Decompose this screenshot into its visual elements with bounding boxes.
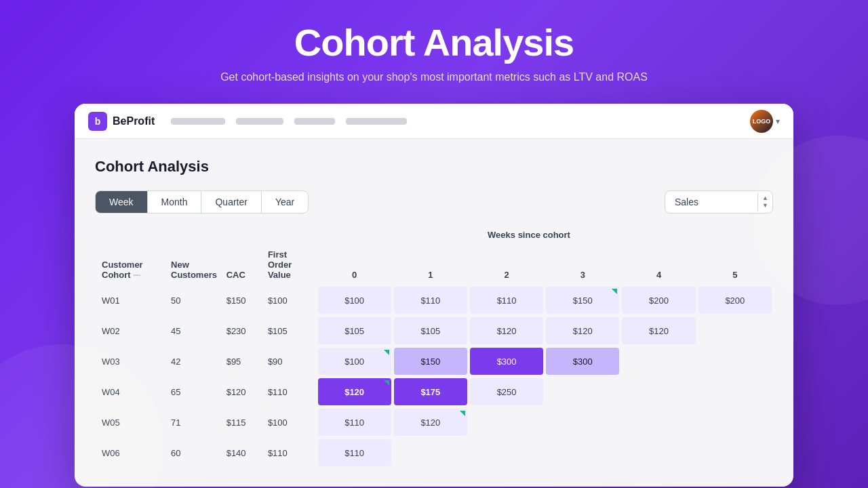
cell-value: 71 bbox=[164, 407, 220, 438]
app-window: b BeProfit LOGO ▾ Cohort Analysis Week M… bbox=[75, 104, 793, 487]
col-header-3: 3 bbox=[545, 244, 620, 285]
app-content: Cohort Analysis Week Month Quarter Year … bbox=[75, 139, 793, 487]
cell-value: $105 bbox=[261, 316, 317, 346]
section-title: Cohort Analysis bbox=[95, 158, 773, 176]
cell-value: $95 bbox=[220, 346, 261, 377]
nav-placeholder-4[interactable] bbox=[346, 118, 407, 125]
cell-value: 42 bbox=[164, 346, 220, 377]
cell-value: W06 bbox=[95, 438, 164, 468]
page-subtitle: Get cohort-based insights on your shop's… bbox=[220, 71, 648, 83]
data-cell-2-3: $300 bbox=[545, 346, 620, 377]
nav-placeholder-2[interactable] bbox=[236, 118, 283, 125]
cell-value: $110 bbox=[261, 438, 317, 468]
corner-marker-icon bbox=[612, 289, 617, 294]
data-cell-0-4: $200 bbox=[620, 285, 696, 316]
data-cell-2-1: $150 bbox=[393, 346, 469, 377]
data-cell-4-4 bbox=[620, 407, 696, 438]
col-header-new: NewCustomers bbox=[164, 244, 220, 285]
data-cell-3-3 bbox=[545, 377, 620, 407]
table-row: W0245$230$105$105$105$120$120$120 bbox=[95, 316, 773, 346]
tab-month[interactable]: Month bbox=[148, 191, 202, 213]
avatar[interactable]: LOGO bbox=[750, 110, 773, 133]
chevron-down-icon[interactable]: ▾ bbox=[776, 117, 780, 126]
data-cell-2-2: $300 bbox=[469, 346, 545, 377]
data-cell-5-1 bbox=[393, 438, 469, 468]
data-cell-1-5 bbox=[697, 316, 773, 346]
data-cell-1-3: $120 bbox=[545, 316, 620, 346]
col-header-fov: FirstOrder Value bbox=[261, 244, 317, 285]
dropdown-arrows[interactable]: ▲ ▼ bbox=[757, 193, 772, 211]
data-cell-1-2: $120 bbox=[469, 316, 545, 346]
corner-marker-icon bbox=[384, 380, 389, 386]
data-cell-0-0: $100 bbox=[317, 285, 393, 316]
nav-placeholder-3[interactable] bbox=[294, 118, 335, 125]
cell-value: $230 bbox=[220, 316, 261, 346]
tab-group: Week Month Quarter Year bbox=[95, 190, 309, 214]
data-cell-2-0: $100 bbox=[317, 346, 393, 377]
cell-value: 45 bbox=[164, 316, 220, 346]
cell-value: $90 bbox=[261, 346, 317, 377]
corner-marker-icon bbox=[460, 411, 465, 416]
arrow-up-icon: ▲ bbox=[762, 195, 768, 202]
cell-value: $120 bbox=[220, 377, 261, 407]
table-row: W0150$150$100$100$110$110$150$200$200 bbox=[95, 285, 773, 316]
cell-value: 60 bbox=[164, 438, 220, 468]
table-row: W0342$95$90$100$150$300$300 bbox=[95, 346, 773, 377]
logo-area: b BeProfit bbox=[88, 112, 155, 131]
cell-value: $140 bbox=[220, 438, 261, 468]
data-cell-4-1: $120 bbox=[393, 407, 469, 438]
cell-value: 65 bbox=[164, 377, 220, 407]
data-cell-0-2: $110 bbox=[469, 285, 545, 316]
data-cell-3-5 bbox=[697, 377, 773, 407]
col-header-cac: CAC bbox=[220, 244, 261, 285]
data-cell-3-0: $120 bbox=[317, 377, 393, 407]
cell-value: W02 bbox=[95, 316, 164, 346]
tab-year[interactable]: Year bbox=[262, 191, 308, 213]
arrow-down-icon: ▼ bbox=[762, 202, 768, 209]
col-header-1: 1 bbox=[393, 244, 469, 285]
data-cell-4-0: $110 bbox=[317, 407, 393, 438]
logo-text: BeProfit bbox=[113, 115, 155, 127]
data-cell-5-5 bbox=[697, 438, 773, 468]
cell-value: W04 bbox=[95, 377, 164, 407]
cell-value: $115 bbox=[220, 407, 261, 438]
cell-value: W01 bbox=[95, 285, 164, 316]
dropdown-label: Sales bbox=[665, 191, 757, 213]
logo-icon: b bbox=[88, 112, 107, 131]
data-cell-5-2 bbox=[469, 438, 545, 468]
col-header-5: 5 bbox=[697, 244, 773, 285]
data-cell-1-0: $105 bbox=[317, 316, 393, 346]
data-cell-4-3 bbox=[545, 407, 620, 438]
controls-row: Week Month Quarter Year Sales ▲ ▼ bbox=[95, 190, 773, 214]
data-cell-0-3: $150 bbox=[545, 285, 620, 316]
cell-value: $100 bbox=[261, 407, 317, 438]
data-cell-3-2: $250 bbox=[469, 377, 545, 407]
cell-value: 50 bbox=[164, 285, 220, 316]
data-cell-1-1: $105 bbox=[393, 316, 469, 346]
table-row: W0465$120$110$120$175$250 bbox=[95, 377, 773, 407]
cell-value: W05 bbox=[95, 407, 164, 438]
data-cell-0-1: $110 bbox=[393, 285, 469, 316]
cell-value: W03 bbox=[95, 346, 164, 377]
cell-value: $100 bbox=[261, 285, 317, 316]
corner-marker-icon bbox=[384, 350, 389, 355]
table-row: W0571$115$100$110$120 bbox=[95, 407, 773, 438]
data-cell-5-3 bbox=[545, 438, 620, 468]
data-cell-3-4 bbox=[620, 377, 696, 407]
table-row: W0660$140$110$110 bbox=[95, 438, 773, 468]
data-cell-2-5 bbox=[697, 346, 773, 377]
data-cell-0-5: $200 bbox=[697, 285, 773, 316]
table-container: Weeks since cohort CustomerCohort ···· N… bbox=[95, 230, 773, 468]
data-cell-5-0: $110 bbox=[317, 438, 393, 468]
data-cell-4-2 bbox=[469, 407, 545, 438]
sales-dropdown[interactable]: Sales ▲ ▼ bbox=[665, 190, 773, 214]
col-header-0: 0 bbox=[317, 244, 393, 285]
cell-value: $110 bbox=[261, 377, 317, 407]
page-title: Cohort Analysis bbox=[294, 20, 574, 64]
tab-quarter[interactable]: Quarter bbox=[201, 191, 261, 213]
col-header-cohort: CustomerCohort ···· bbox=[95, 244, 164, 285]
data-cell-5-4 bbox=[620, 438, 696, 468]
cohort-table: CustomerCohort ···· NewCustomers CAC Fir… bbox=[95, 244, 773, 468]
nav-placeholder-1[interactable] bbox=[171, 118, 225, 125]
tab-week[interactable]: Week bbox=[96, 191, 148, 213]
